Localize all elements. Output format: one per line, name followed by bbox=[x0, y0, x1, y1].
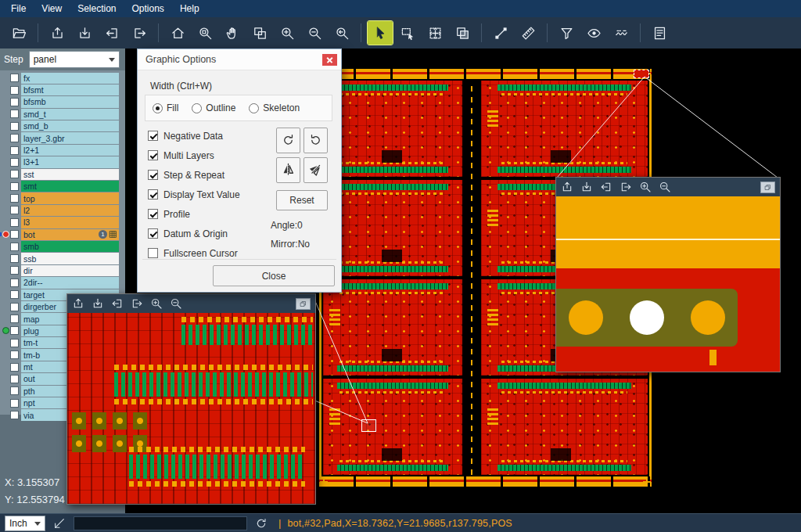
layer-row[interactable]: 2dir-- bbox=[0, 277, 125, 289]
magnifier-tool-button[interactable] bbox=[561, 181, 573, 193]
layer-visibility-checkbox[interactable] bbox=[10, 170, 19, 178]
layer-visibility-checkbox[interactable] bbox=[10, 386, 19, 395]
layer-visibility-checkbox[interactable] bbox=[10, 266, 19, 275]
toolbar-button[interactable] bbox=[6, 21, 31, 45]
layer-row[interactable]: smd_t bbox=[0, 108, 125, 120]
toolbar-button[interactable] bbox=[554, 21, 579, 45]
layer-row[interactable]: ssb bbox=[0, 253, 125, 264]
layer-row[interactable]: top bbox=[0, 192, 125, 204]
layer-visibility-checkbox[interactable] bbox=[10, 411, 19, 419]
layer-visibility-checkbox[interactable] bbox=[10, 218, 19, 227]
layer-visibility-checkbox[interactable] bbox=[10, 303, 19, 311]
fill-mode-radio[interactable]: Skeleton bbox=[249, 102, 306, 113]
toolbar-button[interactable] bbox=[72, 21, 97, 45]
magnifier-tool-button[interactable] bbox=[131, 297, 143, 310]
layer-name[interactable]: dir bbox=[21, 265, 119, 276]
magnifier-view[interactable] bbox=[556, 196, 780, 372]
layer-visibility-checkbox[interactable] bbox=[10, 290, 19, 299]
layer-visibility-checkbox[interactable] bbox=[10, 230, 19, 239]
layer-visibility-checkbox[interactable] bbox=[10, 146, 19, 155]
layer-row[interactable]: fx bbox=[0, 72, 125, 84]
rotate-cw-button[interactable] bbox=[276, 128, 300, 153]
layer-visibility-checkbox[interactable] bbox=[10, 326, 19, 335]
layer-row[interactable]: smt bbox=[0, 181, 125, 192]
fill-mode-radio[interactable]: Fill bbox=[153, 102, 185, 113]
option-checkbox-row[interactable]: Profile bbox=[148, 204, 240, 224]
layer-row[interactable]: l2 bbox=[0, 204, 125, 216]
menu-item[interactable]: Options bbox=[124, 0, 172, 17]
magnifier-tool-button[interactable] bbox=[150, 297, 163, 310]
layer-name[interactable]: l2 bbox=[21, 205, 119, 216]
layer-row[interactable]: l3+1 bbox=[0, 156, 125, 168]
reset-button[interactable]: Reset bbox=[276, 190, 328, 210]
layer-visibility-checkbox[interactable] bbox=[10, 243, 19, 251]
magnifier-tool-button[interactable] bbox=[111, 297, 124, 310]
layer-name[interactable]: l3 bbox=[21, 217, 119, 228]
toolbar-button[interactable] bbox=[165, 21, 190, 45]
layer-name[interactable]: smt bbox=[21, 181, 119, 192]
toolbar-button[interactable] bbox=[395, 21, 420, 45]
magnifier-tool-button[interactable] bbox=[659, 181, 671, 193]
layer-name[interactable]: smd_t bbox=[21, 109, 119, 120]
option-checkbox-row[interactable]: Display Text Value bbox=[148, 185, 240, 204]
rotate-ccw-button[interactable] bbox=[304, 128, 328, 153]
layer-name[interactable]: top bbox=[21, 192, 119, 203]
menu-item[interactable]: File bbox=[3, 0, 34, 17]
mirror-horizontal-button[interactable] bbox=[276, 157, 300, 183]
close-button[interactable]: Close bbox=[213, 265, 335, 286]
toolbar-button[interactable] bbox=[329, 21, 354, 45]
layer-name[interactable]: l3+1 bbox=[21, 156, 119, 167]
toolbar-button[interactable] bbox=[450, 21, 475, 45]
layer-visibility-checkbox[interactable] bbox=[10, 194, 19, 203]
refresh-icon[interactable] bbox=[255, 517, 268, 530]
layer-visibility-checkbox[interactable] bbox=[10, 158, 19, 167]
layer-visibility-checkbox[interactable] bbox=[10, 86, 19, 95]
layer-name[interactable]: l2+1 bbox=[21, 145, 119, 156]
layer-visibility-checkbox[interactable] bbox=[10, 134, 19, 142]
layer-visibility-checkbox[interactable] bbox=[10, 363, 19, 372]
layer-name[interactable]: ssb bbox=[21, 253, 119, 264]
layer-visibility-checkbox[interactable] bbox=[10, 254, 19, 263]
layer-row[interactable]: sst bbox=[0, 168, 125, 180]
layer-row[interactable]: l3 bbox=[0, 217, 125, 228]
dialog-titlebar[interactable]: Graphic Options bbox=[138, 49, 341, 70]
layer-visibility-checkbox[interactable] bbox=[10, 98, 19, 106]
layer-row[interactable]: dir bbox=[0, 264, 125, 276]
magnifier-tool-button[interactable] bbox=[620, 181, 632, 193]
menu-item[interactable]: Help bbox=[172, 0, 207, 17]
magnifier-tool-button[interactable] bbox=[580, 181, 593, 193]
fill-mode-radio[interactable]: Outline bbox=[192, 102, 242, 113]
layer-visibility-checkbox[interactable] bbox=[10, 74, 19, 82]
magnifier-tool-button[interactable] bbox=[170, 297, 182, 310]
layer-visibility-checkbox[interactable] bbox=[10, 110, 19, 118]
toolbar-button[interactable] bbox=[647, 21, 672, 45]
layer-row[interactable]: smd_b bbox=[0, 120, 125, 132]
option-checkbox-row[interactable]: Datum & Origin bbox=[148, 224, 240, 243]
option-checkbox-row[interactable]: Negative Data bbox=[148, 126, 240, 146]
magnifier-titlebar[interactable] bbox=[67, 294, 315, 313]
toolbar-button[interactable] bbox=[581, 21, 606, 45]
toolbar-button[interactable] bbox=[422, 21, 447, 45]
window-restore-button[interactable] bbox=[296, 298, 311, 310]
magnifier-tool-button[interactable] bbox=[92, 297, 104, 310]
layer-name[interactable]: bfsmt bbox=[21, 84, 119, 95]
close-icon[interactable] bbox=[322, 54, 337, 66]
magnifier-view[interactable] bbox=[67, 313, 315, 504]
layer-row[interactable]: bfsmt bbox=[0, 84, 125, 95]
layer-name[interactable]: sst bbox=[21, 169, 119, 180]
toolbar-button[interactable] bbox=[247, 21, 272, 45]
magnifier-titlebar[interactable] bbox=[556, 178, 780, 196]
toolbar-button[interactable] bbox=[192, 21, 217, 45]
toolbar-button[interactable] bbox=[515, 21, 541, 45]
layer-visibility-checkbox[interactable] bbox=[10, 375, 19, 383]
layer-name[interactable]: bfsmb bbox=[21, 96, 119, 107]
layer-name[interactable]: bot 1 bbox=[21, 229, 119, 240]
step-select[interactable]: panel bbox=[29, 51, 120, 68]
toolbar-button[interactable] bbox=[368, 21, 393, 45]
layer-visibility-checkbox[interactable] bbox=[10, 182, 19, 191]
menu-item[interactable]: View bbox=[34, 0, 70, 17]
layer-visibility-checkbox[interactable] bbox=[10, 399, 19, 408]
layer-row[interactable]: bot 1 bbox=[0, 228, 125, 240]
layer-name[interactable]: layer_3.gbr bbox=[21, 132, 119, 143]
layer-row[interactable]: bfsmb bbox=[0, 96, 125, 108]
